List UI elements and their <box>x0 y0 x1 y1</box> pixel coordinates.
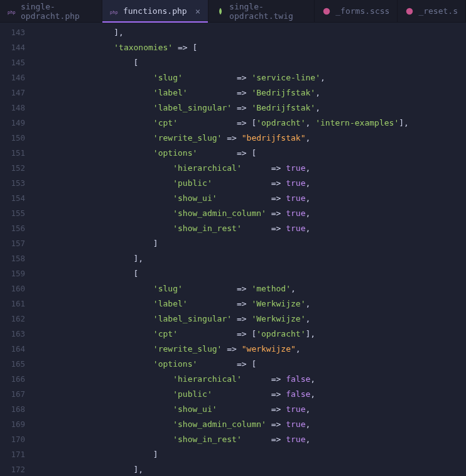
line-number: 147 <box>0 85 35 100</box>
svg-point-3 <box>406 8 413 14</box>
line-number: 168 <box>0 402 35 417</box>
line-number: 167 <box>0 387 35 402</box>
line-number: 161 <box>0 296 35 311</box>
tab-label: functions.php <box>123 6 187 16</box>
line-number: 146 <box>0 70 35 85</box>
tab-label: single-opdracht.twig <box>229 2 306 21</box>
code-line[interactable]: 'cpt' => ['opdracht'], <box>35 327 466 342</box>
code-line[interactable]: ], <box>35 462 466 476</box>
code-line[interactable]: [ <box>35 55 466 70</box>
line-number: 160 <box>0 281 35 296</box>
code-line[interactable]: 'label_singular' => 'Bedrijfstak', <box>35 100 466 116</box>
code-line[interactable]: 'public' => true, <box>35 176 466 191</box>
code-line[interactable]: 'hierarchical' => false, <box>35 372 466 387</box>
code-line[interactable]: 'rewrite_slug' => "werkwijze", <box>35 342 466 357</box>
tab-0[interactable]: phpsingle-opdracht.php <box>0 0 102 22</box>
line-number: 144 <box>0 40 35 55</box>
close-icon[interactable]: × <box>195 6 200 16</box>
code-line[interactable]: 'taxonomies' => [ <box>35 40 466 55</box>
code-line[interactable]: 'hierarchical' => true, <box>35 161 466 176</box>
code-line[interactable]: ] <box>35 236 466 251</box>
code-line[interactable]: ], <box>35 25 466 40</box>
line-number: 162 <box>0 311 35 327</box>
scss-icon <box>405 7 414 16</box>
line-number: 166 <box>0 372 35 387</box>
svg-point-2 <box>323 8 330 14</box>
code-line[interactable]: ], <box>35 251 466 266</box>
twig-icon <box>216 7 225 16</box>
code-line[interactable]: 'show_in_rest' => true, <box>35 432 466 447</box>
line-number: 152 <box>0 161 35 176</box>
line-number: 153 <box>0 176 35 191</box>
code-line[interactable]: 'rewrite_slug' => "bedrijfstak", <box>35 131 466 146</box>
line-number: 164 <box>0 342 35 357</box>
line-number: 169 <box>0 417 35 432</box>
tab-label: single-opdracht.php <box>21 2 94 21</box>
code-line[interactable]: 'label_singular' => 'Werkwijze', <box>35 311 466 327</box>
tab-3[interactable]: _forms.scss <box>315 0 398 22</box>
php-icon: php <box>110 7 119 16</box>
tab-bar: phpsingle-opdracht.phpphpfunctions.php×s… <box>0 0 466 23</box>
code-line[interactable]: 'cpt' => ['opdracht', 'intern-examples']… <box>35 116 466 131</box>
svg-text:php: php <box>110 9 118 14</box>
code-content[interactable]: ], 'taxonomies' => [ [ 'slug' => 'servic… <box>35 23 466 476</box>
line-number: 172 <box>0 462 35 476</box>
line-number: 170 <box>0 432 35 447</box>
line-number: 149 <box>0 116 35 131</box>
line-number: 151 <box>0 146 35 161</box>
line-number: 163 <box>0 327 35 342</box>
code-line[interactable]: 'show_in_rest' => true, <box>35 221 466 236</box>
code-line[interactable]: 'slug' => 'service-line', <box>35 70 466 85</box>
line-number: 148 <box>0 100 35 116</box>
line-number: 155 <box>0 206 35 221</box>
code-line[interactable]: 'slug' => 'method', <box>35 281 466 296</box>
code-line[interactable]: 'show_ui' => true, <box>35 191 466 206</box>
tab-4[interactable]: _reset.s <box>398 0 466 22</box>
editor-area: 1431441451461471481491501511521531541551… <box>0 23 466 476</box>
line-number: 143 <box>0 25 35 40</box>
code-line[interactable]: 'public' => false, <box>35 387 466 402</box>
code-line[interactable]: 'show_admin_column' => true, <box>35 417 466 432</box>
code-line[interactable]: 'label' => 'Werkwijze', <box>35 296 466 311</box>
svg-text:php: php <box>8 9 16 14</box>
tab-label: _reset.s <box>418 6 458 16</box>
code-line[interactable]: 'label' => 'Bedrijfstak', <box>35 85 466 100</box>
line-number: 159 <box>0 266 35 281</box>
line-number: 154 <box>0 191 35 206</box>
code-line[interactable]: 'show_admin_column' => true, <box>35 206 466 221</box>
line-number: 171 <box>0 447 35 462</box>
code-line[interactable]: 'show_ui' => true, <box>35 402 466 417</box>
line-number: 157 <box>0 236 35 251</box>
code-line[interactable]: 'options' => [ <box>35 357 466 372</box>
code-line[interactable]: [ <box>35 266 466 281</box>
tab-1[interactable]: phpfunctions.php× <box>102 0 209 22</box>
code-line[interactable]: 'options' => [ <box>35 146 466 161</box>
line-number: 145 <box>0 55 35 70</box>
tab-2[interactable]: single-opdracht.twig <box>209 0 315 22</box>
line-number: 158 <box>0 251 35 266</box>
tab-label: _forms.scss <box>335 6 389 16</box>
line-number: 150 <box>0 131 35 146</box>
php-icon: php <box>8 7 16 16</box>
line-number-gutter: 1431441451461471481491501511521531541551… <box>0 23 35 476</box>
line-number: 165 <box>0 357 35 372</box>
scss-icon <box>322 7 331 16</box>
line-number: 156 <box>0 221 35 236</box>
code-line[interactable]: ] <box>35 447 466 462</box>
